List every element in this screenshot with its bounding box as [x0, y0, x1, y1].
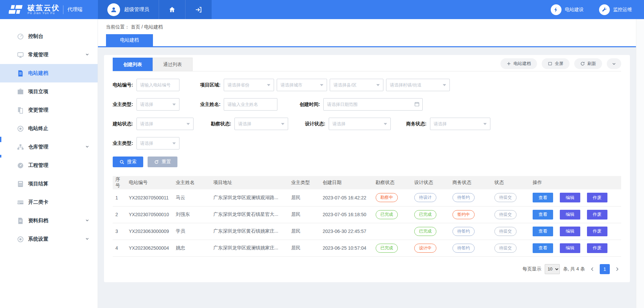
chevron-right-icon: [614, 266, 620, 272]
search-button[interactable]: 搜索: [113, 157, 143, 167]
top-bar: 破茧云伏 Po Jian Yun Fu 代理端 超级管理员: [0, 0, 644, 19]
breadcrumb-path[interactable]: 首页 / 电站建档: [131, 24, 163, 29]
home-button[interactable]: [159, 0, 185, 19]
cell-owner: 刘强东: [173, 206, 211, 223]
chevron-down-icon: [85, 52, 90, 58]
collapse-button[interactable]: [607, 58, 621, 69]
city-select[interactable]: 请选择城市: [277, 79, 327, 91]
sidebar-item-station-termination[interactable]: 电站终止: [0, 119, 98, 138]
edit-button[interactable]: 编辑: [560, 227, 580, 236]
station-table: 序号 电站编号 业主姓名 项目地址 业主类型 创建日期 勘察状态 设计状态 商务…: [113, 176, 621, 257]
next-page-button[interactable]: [613, 266, 621, 272]
sidebar-item-dashboard[interactable]: 控制台: [0, 27, 98, 46]
void-button[interactable]: 作废: [587, 193, 607, 202]
cell-owner: 马云: [173, 189, 211, 206]
col-header-owner: 业主姓名: [173, 176, 211, 189]
cell-created: 2023-06-30 22:45:57: [320, 223, 373, 240]
prev-page-button[interactable]: [588, 266, 596, 272]
design-status-badge: 已完成: [414, 227, 436, 236]
cell-code: YX2023070500010: [126, 206, 173, 223]
refresh-label: 刷新: [587, 61, 596, 67]
module-station-build[interactable]: 电站建设: [551, 4, 584, 15]
void-button[interactable]: 作废: [587, 210, 607, 220]
town-select[interactable]: 请选择村镇/街道: [386, 79, 450, 91]
portal-label: 代理端: [67, 6, 83, 13]
survey-status-select[interactable]: 请选择: [234, 118, 288, 130]
sidebar-item-engineering-mgmt[interactable]: 工程管理: [0, 156, 98, 175]
chevron-down-icon: [85, 218, 90, 224]
view-button[interactable]: 查看: [533, 193, 553, 202]
void-button[interactable]: 作废: [587, 227, 607, 236]
brand-logo-icon: [9, 3, 23, 16]
cell-code: YX2023062500004: [126, 240, 173, 256]
select-placeholder: 请选择县/区: [333, 82, 357, 88]
current-user[interactable]: 超级管理员: [98, 0, 159, 19]
view-button[interactable]: 查看: [533, 210, 553, 220]
select-placeholder: 请选择: [434, 121, 447, 127]
owner-type-select[interactable]: 请选择: [137, 98, 179, 111]
sidebar-item-system-settings[interactable]: 系统设置: [0, 230, 98, 248]
table-row: 3 YX2023063000009 学员 广东深圳龙华区黄石镇姚家庄... 居民…: [113, 223, 621, 240]
sidebar-item-station-archive[interactable]: 电站建档: [0, 64, 98, 82]
business-status-select[interactable]: 请选择: [430, 118, 490, 130]
sidebar-item-data-archive[interactable]: 资料归档: [0, 211, 98, 230]
sidebar-item-warehouse-mgmt[interactable]: 仓库管理: [0, 138, 98, 156]
cell-owner: 姚忠: [173, 240, 211, 256]
sidebar-item-change-mgmt[interactable]: 变更管理: [0, 101, 98, 119]
add-station-label: 电站建档: [514, 61, 531, 67]
refresh-icon: [580, 61, 585, 66]
status-badge: 待提交: [494, 210, 517, 219]
page-scrollbar[interactable]: [636, 19, 644, 308]
table-row: 1 YX2023070500011 马云 广东深圳龙华区观澜镇观湖路... 居民…: [113, 189, 621, 206]
filter-label: 电站编号:: [113, 82, 133, 88]
status-badge: 待提交: [494, 244, 517, 253]
reset-button[interactable]: 重置: [148, 157, 177, 167]
tab-create-list[interactable]: 创建列表: [113, 58, 153, 71]
toolbar: 电站建档 全屏 刷新: [500, 58, 621, 71]
filter-row-3: 建站状态: 请选择 勘察状态: 请选择 设计状态: 请: [113, 118, 621, 130]
design-status-badge: 已完成: [414, 210, 436, 219]
station-code-input[interactable]: [137, 79, 179, 91]
build-status-select[interactable]: 请选择: [137, 118, 194, 130]
add-station-button[interactable]: 电站建档: [500, 58, 537, 69]
tab-passed-list[interactable]: 通过列表: [153, 58, 193, 71]
sidebar-item-label: 系统设置: [28, 236, 48, 242]
page-number-button[interactable]: 1: [600, 264, 610, 274]
refresh-button[interactable]: 刷新: [574, 58, 602, 69]
business-status-badge: 签约中: [452, 210, 475, 219]
filter-region: 项目区域: 请选择省份 请选择城市 请选择县/区 请选择村镇/街道: [200, 79, 450, 91]
view-button[interactable]: 查看: [533, 227, 553, 236]
county-select[interactable]: 请选择县/区: [330, 79, 383, 91]
search-icon: [119, 160, 124, 165]
sidebar-item-general-mgmt[interactable]: 常规管理: [0, 46, 98, 64]
cell-address: 广东深圳龙华区观澜镇观湖路...: [211, 189, 288, 206]
cell-code: YX2023070500011: [126, 189, 173, 206]
edit-button[interactable]: 编辑: [560, 193, 580, 202]
logout-button[interactable]: [185, 0, 212, 19]
sidebar-item-project-initiation[interactable]: 项目立项: [0, 82, 98, 101]
pagination: 每页显示 10 条, 共 4 条 1: [113, 264, 621, 274]
province-select[interactable]: 请选择省份: [224, 79, 274, 91]
void-button[interactable]: 作废: [587, 243, 607, 253]
edit-button[interactable]: 编辑: [560, 243, 580, 253]
sidebar-item-type2-card[interactable]: 开二类卡: [0, 193, 98, 211]
sidebar: 控制台 常规管理 电站建档 项目立项: [0, 19, 98, 308]
caret-down-icon: [172, 142, 176, 144]
cell-owner: 学员: [173, 223, 211, 240]
page-tab-station-archive[interactable]: 电站建档: [106, 34, 153, 46]
view-button[interactable]: 查看: [533, 243, 553, 253]
per-page-select[interactable]: 10: [545, 264, 560, 274]
owner-type-select-2[interactable]: 请选择: [137, 137, 179, 149]
owner-name-input[interactable]: [224, 98, 277, 111]
caret-down-icon: [172, 104, 176, 106]
list-tabs: 创建列表 通过列表: [113, 58, 193, 71]
design-status-select[interactable]: 请选择: [329, 118, 391, 130]
date-range-picker[interactable]: 请选择日期范围: [323, 98, 423, 111]
select-placeholder: 请选择省份: [227, 82, 249, 88]
sidebar-item-project-settlement[interactable]: 项目结算: [0, 175, 98, 193]
edit-button[interactable]: 编辑: [560, 210, 580, 220]
fullscreen-button[interactable]: 全屏: [542, 58, 570, 69]
module-monitor-ops[interactable]: 监控运维: [599, 4, 632, 15]
module-label: 电站建设: [565, 7, 584, 13]
sitemap-icon: [17, 143, 24, 151]
